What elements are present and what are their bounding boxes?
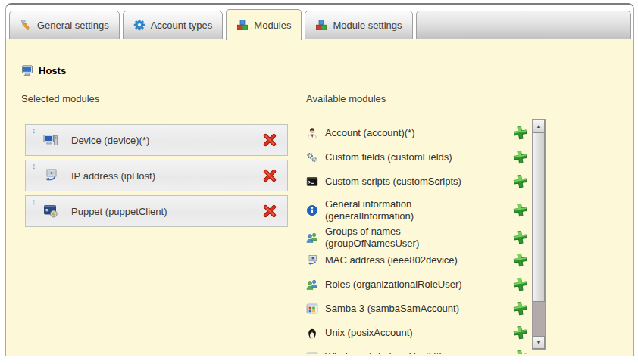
available-module-row: Samba 3 (sambaSamAccount) [306, 301, 527, 316]
add-icon[interactable] [513, 277, 527, 291]
custom-scripts-icon [306, 176, 318, 188]
tab-bar: General settings Account types Modules M… [6, 5, 633, 39]
tab-module-settings[interactable]: Module settings [305, 11, 412, 39]
delete-icon[interactable] [263, 133, 277, 147]
selected-modules-list: ↕ Device (device)(*) ↕ IP address (ipHos… [25, 124, 288, 227]
available-module-label: Unix (posixAccount) [325, 327, 510, 339]
scroll-up-icon: ▲ [536, 123, 542, 129]
available-module-label: Roles (organizationalRoleUser) [325, 278, 510, 291]
add-icon[interactable] [513, 325, 527, 340]
modules-icon [236, 19, 249, 31]
available-module-row: MAC address (ieee802device) [306, 253, 527, 267]
available-module-label: MAC address (ieee802device) [325, 254, 510, 266]
tab-modules[interactable]: Modules [226, 9, 302, 40]
scroll-up-button[interactable]: ▲ [533, 120, 545, 132]
selected-modules-header: Selected modules [21, 93, 288, 104]
drag-handle-icon[interactable]: ↕ [32, 126, 36, 135]
selected-module-row[interactable]: ↕ Device (device)(*) [25, 124, 288, 156]
available-modules-column: Available modules Account (account)(*) C… [306, 93, 550, 354]
modules-icon [315, 19, 327, 31]
tab-label: General settings [37, 20, 109, 31]
tab-label: Modules [254, 20, 291, 31]
available-module-row: General information (generalInformation) [306, 198, 527, 222]
windows-icon [306, 351, 318, 355]
add-icon[interactable] [513, 150, 527, 164]
available-module-label: Account (account)(*) [325, 127, 510, 139]
account-icon [306, 127, 318, 139]
available-module-label: General information (generalInformation) [325, 198, 510, 222]
device-icon [43, 132, 58, 148]
add-icon[interactable] [513, 174, 527, 188]
available-module-row: Unix (posixAccount) [306, 325, 527, 340]
gear-icon [133, 19, 145, 31]
selected-module-row[interactable]: ↕ IP address (ipHost) [25, 160, 288, 191]
selected-module-row[interactable]: ↕ Puppet (puppetClient) [25, 195, 288, 227]
modules-panel: Hosts Selected modules ↕ Device (device)… [6, 39, 633, 356]
drag-handle-icon[interactable]: ↕ [32, 198, 36, 206]
available-module-row: Windows (windowsHost)(*) [306, 350, 527, 354]
configuration-window: General settings Account types Modules M… [5, 3, 634, 356]
group-icon [306, 232, 318, 244]
add-icon[interactable] [513, 350, 527, 354]
add-icon[interactable] [513, 126, 527, 140]
section-title: Hosts [39, 65, 66, 76]
available-module-row: Roles (organizationalRoleUser) [306, 277, 527, 291]
tab-account-types[interactable]: Account types [123, 11, 224, 39]
hosts-section-heading: Hosts [21, 64, 546, 82]
available-module-label: Groups of names (groupOfNamesUser) [325, 226, 510, 249]
drag-handle-icon[interactable]: ↕ [32, 162, 36, 170]
available-modules-scrollbar[interactable]: ▲ ▼ [532, 119, 546, 350]
available-module-label: Custom fields (customFields) [325, 151, 510, 163]
add-icon[interactable] [513, 230, 527, 244]
available-module-row: Custom fields (customFields) [306, 150, 527, 164]
info-icon [306, 204, 318, 216]
available-module-label: Windows (windowsHost)(*) [325, 351, 510, 354]
scroll-down-button[interactable]: ▼ [533, 336, 545, 349]
mac-address-icon [306, 254, 318, 266]
tab-label: Account types [151, 20, 213, 31]
ip-address-icon [43, 168, 58, 183]
available-modules-list: Account (account)(*) Custom fields (cust… [306, 126, 527, 354]
available-modules-header: Available modules [306, 93, 550, 104]
selected-modules-column: Selected modules ↕ Device (device)(*) ↕ … [21, 93, 288, 231]
monitor-icon [21, 64, 33, 76]
add-icon[interactable] [513, 203, 527, 217]
delete-icon[interactable] [263, 169, 277, 182]
add-icon[interactable] [513, 301, 527, 316]
available-module-label: Custom scripts (customScripts) [325, 176, 510, 188]
available-module-label: Samba 3 (sambaSamAccount) [325, 303, 510, 315]
scrollbar-thumb[interactable] [533, 132, 545, 302]
delete-icon[interactable] [263, 204, 277, 218]
tab-general-settings[interactable]: General settings [9, 11, 120, 39]
roles-icon [306, 278, 318, 291]
tab-bar-filler [416, 11, 631, 39]
wrench-icon [20, 19, 32, 31]
available-module-row: Custom scripts (customScripts) [306, 174, 527, 188]
puppet-icon [43, 204, 58, 219]
tab-label: Module settings [333, 20, 402, 31]
unix-icon [306, 327, 318, 339]
available-module-row: Account (account)(*) [306, 126, 527, 140]
scroll-down-icon: ▼ [536, 340, 542, 345]
custom-fields-icon [306, 151, 318, 163]
add-icon[interactable] [513, 253, 527, 267]
samba-icon [306, 303, 318, 315]
available-module-row: Groups of names (groupOfNamesUser) [306, 226, 527, 249]
